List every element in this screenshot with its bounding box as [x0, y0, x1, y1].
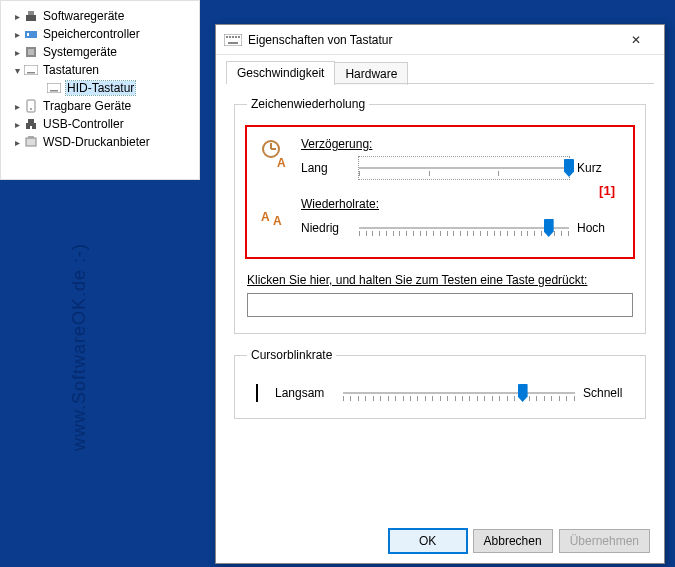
- svg-rect-17: [232, 36, 234, 38]
- repeat-delay-slider[interactable]: [359, 157, 569, 179]
- repeat-test-label: Klicken Sie hier, und halten Sie zum Tes…: [247, 273, 633, 287]
- tree-item-label: Speichercontroller: [43, 27, 140, 41]
- device-category-icon: [23, 45, 39, 59]
- tree-item[interactable]: ▸Tragbare Geräte: [1, 97, 199, 115]
- keyboard-icon: [224, 34, 242, 46]
- repeat-test-input[interactable]: [247, 293, 633, 317]
- chevron-right-icon[interactable]: ▸: [11, 137, 23, 148]
- tree-item[interactable]: ▾Tastaturen: [1, 61, 199, 79]
- svg-rect-14: [224, 34, 242, 46]
- repeat-rate-max-label: Hoch: [577, 221, 621, 235]
- annotation-label: [1]: [599, 183, 615, 198]
- tree-item[interactable]: ▸Speichercontroller: [1, 25, 199, 43]
- chevron-right-icon[interactable]: ▸: [11, 101, 23, 112]
- tree-item-label: Tastaturen: [43, 63, 99, 77]
- chevron-right-icon[interactable]: ▸: [11, 29, 23, 40]
- repeat-delay-min-label: Lang: [301, 161, 351, 175]
- svg-rect-18: [235, 36, 237, 38]
- chevron-right-icon[interactable]: ▸: [11, 47, 23, 58]
- tree-item-label: Tragbare Geräte: [43, 99, 131, 113]
- chevron-right-icon[interactable]: ▸: [11, 119, 23, 130]
- apply-button[interactable]: Übernehmen: [559, 529, 650, 553]
- cursor-blink-legend: Cursorblinkrate: [247, 348, 336, 362]
- tab-hardware[interactable]: Hardware: [334, 62, 408, 85]
- tree-item[interactable]: ▸WSD-Druckanbieter: [1, 133, 199, 151]
- svg-rect-15: [226, 36, 228, 38]
- tree-item-label: HID-Tastatur: [66, 81, 135, 95]
- svg-rect-20: [228, 42, 238, 44]
- device-category-icon: [23, 135, 39, 149]
- tree-item[interactable]: ▸Softwaregeräte: [1, 7, 199, 25]
- svg-rect-5: [28, 49, 34, 55]
- tree-item[interactable]: ▸USB-Controller: [1, 115, 199, 133]
- svg-text:A: A: [261, 210, 270, 224]
- cursor-caret-icon: [247, 384, 267, 402]
- svg-rect-7: [27, 72, 35, 74]
- device-category-icon: [23, 99, 39, 113]
- close-button[interactable]: ✕: [616, 25, 656, 55]
- svg-rect-19: [238, 36, 240, 38]
- tree-item-label: WSD-Druckanbieter: [43, 135, 150, 149]
- tab-geschwindigkeit[interactable]: Geschwindigkeit: [226, 61, 335, 84]
- keyboard-icon: [46, 81, 62, 95]
- tabs-bar: GeschwindigkeitHardware: [216, 55, 664, 84]
- char-repeat-group: Zeichenwiederholung [1] A Verzögerung: L…: [234, 97, 646, 334]
- watermark-text: www.SoftwareOK.de :-): [69, 243, 90, 451]
- cursor-blink-min-label: Langsam: [275, 386, 335, 400]
- repeat-delay-max-label: Kurz: [577, 161, 621, 175]
- device-tree-panel: ▸Softwaregeräte▸Speichercontroller▸Syste…: [0, 0, 200, 180]
- repeat-rate-slider[interactable]: [359, 217, 569, 239]
- tree-item-label: Systemgeräte: [43, 45, 117, 59]
- svg-text:A: A: [277, 156, 286, 169]
- svg-rect-0: [26, 15, 36, 21]
- svg-rect-1: [28, 11, 34, 15]
- repeat-delay-label: Verzögerung:: [301, 137, 621, 151]
- svg-rect-12: [26, 138, 36, 146]
- svg-text:A: A: [273, 214, 282, 228]
- cursor-blink-max-label: Schnell: [583, 386, 633, 400]
- close-icon: ✕: [631, 33, 641, 47]
- svg-rect-3: [27, 33, 29, 36]
- repeat-delay-icon: A: [259, 137, 293, 171]
- repeat-delay-block: A Verzögerung: Lang Ku: [259, 137, 621, 179]
- svg-rect-10: [27, 100, 35, 112]
- cursor-blink-group: Cursorblinkrate Langsam Schnell: [234, 348, 646, 419]
- device-category-icon: [23, 9, 39, 23]
- svg-rect-2: [25, 31, 37, 38]
- device-category-icon: [23, 117, 39, 131]
- svg-point-11: [30, 108, 32, 110]
- repeat-rate-icon: AA: [259, 197, 293, 231]
- tree-item-child[interactable]: HID-Tastatur: [1, 79, 199, 97]
- svg-rect-13: [28, 136, 34, 139]
- repeat-rate-label: Wiederholrate:: [301, 197, 621, 211]
- device-category-icon: [23, 27, 39, 41]
- chevron-right-icon[interactable]: ▸: [11, 11, 23, 22]
- dialog-button-bar: OK Abbrechen Übernehmen: [389, 529, 650, 553]
- svg-rect-16: [229, 36, 231, 38]
- repeat-rate-block: AA Wiederholrate: Niedrig: [259, 197, 621, 239]
- chevron-down-icon[interactable]: ▾: [11, 65, 23, 76]
- dialog-title: Eigenschaften von Tastatur: [248, 33, 616, 47]
- repeat-rate-min-label: Niedrig: [301, 221, 351, 235]
- char-repeat-legend: Zeichenwiederholung: [247, 97, 369, 111]
- keyboard-properties-dialog: Eigenschaften von Tastatur ✕ Geschwindig…: [215, 24, 665, 564]
- tab-content: Zeichenwiederholung [1] A Verzögerung: L…: [216, 85, 664, 431]
- tree-item[interactable]: ▸Systemgeräte: [1, 43, 199, 61]
- dialog-title-bar[interactable]: Eigenschaften von Tastatur ✕: [216, 25, 664, 55]
- annotation-box-1: [1] A Verzögerung: Lang: [245, 125, 635, 259]
- tree-item-label: Softwaregeräte: [43, 9, 124, 23]
- ok-button[interactable]: OK: [389, 529, 467, 553]
- cancel-button[interactable]: Abbrechen: [473, 529, 553, 553]
- device-category-icon: [23, 63, 39, 77]
- tree-item-label: USB-Controller: [43, 117, 124, 131]
- cursor-blink-slider[interactable]: [343, 382, 575, 404]
- svg-rect-9: [50, 90, 58, 92]
